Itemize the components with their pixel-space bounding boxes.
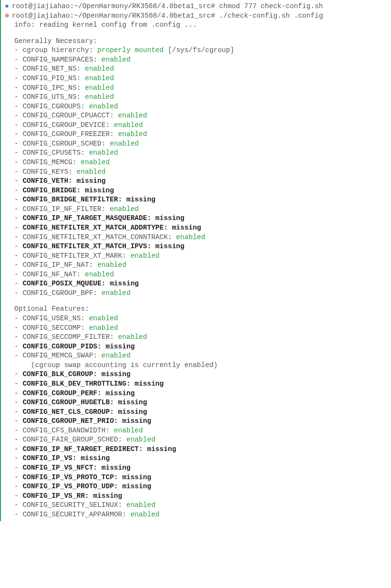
config-row: - CONFIG_IP_VS_NFCT: missing [14,463,388,473]
config-row: - CONFIG_BLK_DEV_THROTTLING: missing [14,379,388,389]
config-status: enabled [102,56,131,63]
config-status: enabled [85,65,114,73]
config-row: - CONFIG_CGROUP_NET_PRIO: missing [14,417,388,426]
config-status: missing [85,187,114,194]
config-row: - CONFIG_MEMCG: enabled [14,158,388,168]
config-label: CONFIG_BRIDGE_NETFILTER: [22,196,126,203]
config-row: - CONFIG_CGROUPS: enabled [14,102,388,112]
config-status: missing [172,224,201,231]
config-label: CONFIG_MEMCG_SWAP: [22,352,101,359]
config-label: CONFIG_CGROUP_NET_PRIO: [22,417,122,425]
config-row: - CONFIG_SECCOMP: enabled [14,324,388,333]
config-label: CONFIG_IP_NF_TARGET_MASQUERADE: [22,214,155,222]
config-status: enabled [118,333,147,341]
config-label: CONFIG_BLK_CGROUP: [22,370,101,378]
config-label: CONFIG_BRIDGE: [22,187,85,194]
config-status: missing [126,196,155,203]
swap-note: (cgroup swap accounting is currently ena… [14,361,388,370]
config-row: - CONFIG_USER_NS: enabled [14,314,388,324]
config-label: CONFIG_CGROUP_PIDS: [22,343,105,350]
config-row: - CONFIG_VETH: missing [14,177,388,186]
config-row: - CONFIG_IP_VS: missing [14,454,388,463]
config-row: - CONFIG_CFS_BANDWIDTH: enabled [14,426,388,436]
section-title: Optional Features: [14,304,388,314]
config-label: CONFIG_SECURITY_APPARMOR: [22,511,130,518]
config-row: - CONFIG_CGROUP_PIDS: missing [14,342,388,352]
config-status: missing [105,343,134,350]
config-row: - CONFIG_MEMCG_SWAP: enabled [14,351,388,361]
config-label: CONFIG_UTS_NS: [22,93,85,101]
config-status: missing [81,454,110,462]
config-status: missing [77,177,106,185]
config-row: - CONFIG_IP_VS_PROTO_UDP: missing [14,482,388,492]
config-row: - CONFIG_IP_NF_FILTER: enabled [14,205,388,214]
config-row: - CONFIG_IP_VS_RR: missing [14,492,388,501]
config-status: enabled [118,130,147,138]
config-row: - CONFIG_PID_NS: enabled [14,74,388,84]
config-status: missing [134,380,164,388]
config-row: - CONFIG_IPC_NS: enabled [14,84,388,93]
config-status: enabled [97,261,126,269]
config-status: enabled [110,140,139,147]
config-row: - cgroup hierarchy: properly mounted [/s… [14,46,388,55]
config-status: enabled [85,271,114,278]
command-text: ./check-config.sh .config [219,12,323,20]
config-row: - CONFIG_CGROUP_FREEZER: enabled [14,130,388,139]
config-status: missing [155,242,185,250]
config-status: enabled [89,149,118,157]
config-status: enabled [126,501,155,509]
config-status: enabled [110,205,139,213]
config-list: - CONFIG_BLK_CGROUP: missing- CONFIG_BLK… [14,370,388,519]
config-label: CONFIG_NAMESPACES: [22,56,101,63]
config-label: CONFIG_IP_NF_FILTER: [22,205,110,213]
config-status: missing [155,214,185,222]
config-label: CONFIG_NF_NAT: [22,271,85,278]
config-status: enabled [131,511,160,518]
config-row: - CONFIG_IP_NF_TARGET_MASQUERADE: missin… [14,214,388,223]
config-label: CONFIG_CPUSETS: [22,149,89,157]
config-status: enabled [114,121,143,129]
config-status: enabled [131,252,160,260]
config-row: - CONFIG_CGROUP_SCHED: enabled [14,139,388,149]
config-row: - CONFIG_POSIX_MQUEUE: missing [14,279,388,289]
terminal-line: root@jiajiahao:~/OpenHarmony/RK3568/4.0b… [5,2,388,11]
config-row: - CONFIG_CGROUP_PERF: missing [14,389,388,399]
config-row: - CONFIG_KEYS: enabled [14,168,388,177]
config-list: - CONFIG_USER_NS: enabled- CONFIG_SECCOM… [14,314,388,361]
config-status: properly mounted [97,46,164,54]
config-row: - CONFIG_CGROUP_CPUACCT: enabled [14,111,388,121]
config-status: enabled [102,352,131,359]
config-status: missing [102,464,131,472]
config-status: missing [122,483,151,490]
config-label: CONFIG_CGROUP_BPF: [22,289,101,297]
config-label: CONFIG_IP_NF_NAT: [22,261,97,269]
config-status: enabled [118,112,147,119]
config-status: missing [102,370,131,378]
config-label: CONFIG_IP_NF_TARGET_REDIRECT: [22,445,147,453]
config-label: CONFIG_NET_CLS_CGROUP: [22,408,118,416]
config-list: - cgroup hierarchy: properly mounted [/s… [14,46,388,298]
config-status: enabled [176,233,205,241]
config-row: - CONFIG_SECCOMP_FILTER: enabled [14,333,388,342]
config-row: - CONFIG_FAIR_GROUP_SCHED: enabled [14,435,388,445]
config-row: - CONFIG_NETFILTER_XT_MATCH_IPVS: missin… [14,242,388,252]
config-label: CONFIG_IP_VS_RR: [22,492,93,500]
config-label: CONFIG_CGROUPS: [22,103,89,110]
config-status: missing [93,492,122,500]
config-label: cgroup hierarchy: [22,46,97,54]
config-label: CONFIG_CGROUP_PERF: [22,389,105,397]
config-row: - CONFIG_IP_NF_TARGET_REDIRECT: missing [14,445,388,454]
config-row: - CONFIG_CGROUP_BPF: enabled [14,289,388,298]
config-status: enabled [85,93,114,101]
config-row: - CONFIG_NETFILTER_XT_MATCH_ADDRTYPE: mi… [14,223,388,233]
terminal-line: root@jiajiahao:~/OpenHarmony/RK3568/4.0b… [5,11,388,21]
config-status: enabled [89,315,118,322]
config-suffix: [/sys/fs/cgroup] [164,46,234,54]
config-status: enabled [126,436,155,443]
config-label: CONFIG_NET_NS: [22,65,85,73]
config-label: CONFIG_CGROUP_CPUACCT: [22,112,118,119]
config-row: - CONFIG_NETFILTER_XT_MARK: enabled [14,252,388,261]
config-row: - CONFIG_IP_NF_NAT: enabled [14,261,388,270]
config-row: - CONFIG_SECURITY_SELINUX: enabled [14,501,388,510]
section-optional: Optional Features: - CONFIG_USER_NS: ena… [14,304,388,519]
